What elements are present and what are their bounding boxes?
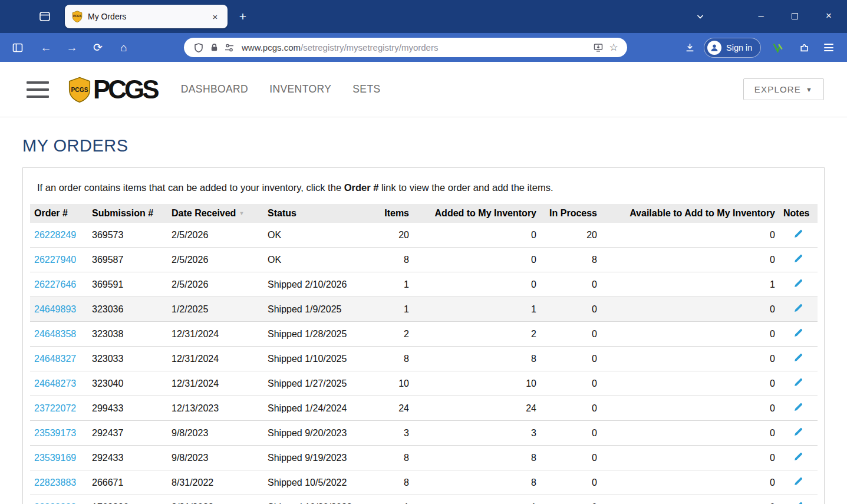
available-to-add-cell: 0: [601, 223, 779, 248]
order-number-link[interactable]: 24648273: [34, 378, 76, 388]
order-number-link[interactable]: 26228249: [34, 230, 76, 240]
tab-list-chevron-icon[interactable]: [693, 9, 707, 24]
available-to-add-cell: 0: [601, 347, 779, 371]
tracking-protection-shield-icon[interactable]: [191, 40, 206, 55]
browser-toolbar: ← → ⟳ ⌂ www.pcgs.com/setregistry/mysetre…: [0, 33, 847, 62]
nav-inventory[interactable]: INVENTORY: [269, 83, 331, 95]
order-number-link[interactable]: 24648358: [34, 329, 76, 339]
page-title: MY ORDERS: [22, 136, 825, 156]
downloads-icon[interactable]: [679, 37, 700, 58]
sign-in-button[interactable]: Sign in: [704, 38, 761, 58]
url-bar[interactable]: www.pcgs.com/setregistry/mysetregistry/m…: [184, 38, 627, 57]
firefox-view-icon[interactable]: [37, 8, 53, 25]
col-items[interactable]: Items: [378, 204, 413, 223]
added-to-inventory-cell: 10: [413, 371, 541, 396]
permissions-icon[interactable]: [222, 40, 237, 55]
items-cell: 2: [378, 322, 413, 347]
nav-dashboard[interactable]: DASHBOARD: [181, 83, 248, 95]
status-cell: Shipped 9/19/2023: [263, 446, 378, 470]
available-to-add-cell: 0: [601, 322, 779, 347]
order-number-link[interactable]: 23539173: [34, 428, 76, 438]
col-status[interactable]: Status: [263, 204, 378, 223]
items-cell: 8: [378, 446, 413, 470]
nav-sets[interactable]: SETS: [352, 83, 380, 95]
date-received-cell: 2/5/2026: [167, 223, 263, 248]
edit-note-icon[interactable]: [793, 377, 803, 387]
date-received-cell: 2/5/2026: [167, 248, 263, 272]
logo-text: PCGS: [93, 75, 157, 104]
extensions-puzzle-icon[interactable]: [795, 37, 813, 58]
edit-note-icon[interactable]: [793, 452, 803, 462]
edit-note-icon[interactable]: [793, 229, 803, 239]
available-to-add-cell: 0: [601, 495, 779, 504]
status-cell: Shipped 1/27/2025: [263, 371, 378, 396]
edit-note-icon[interactable]: [793, 278, 803, 288]
edit-note-icon[interactable]: [793, 328, 803, 338]
edit-note-icon[interactable]: [793, 427, 803, 437]
order-number-link[interactable]: 22823832: [34, 502, 76, 504]
order-number-link[interactable]: 26227646: [34, 279, 76, 289]
added-to-inventory-cell: 24: [413, 396, 541, 421]
save-to-device-icon[interactable]: [591, 40, 606, 55]
order-row: 23539173 292437 9/8/2023 Shipped 9/20/20…: [30, 421, 818, 446]
window-close-button[interactable]: ×: [821, 8, 836, 24]
added-to-inventory-cell: 8: [413, 347, 541, 371]
order-number-link[interactable]: 23722072: [34, 403, 76, 413]
extension-green-icon[interactable]: [769, 37, 787, 58]
order-number-link[interactable]: 24649893: [34, 304, 76, 314]
minimize-button[interactable]: ─: [753, 8, 769, 24]
status-cell: Shipped 9/20/2023: [263, 421, 378, 446]
items-cell: 8: [378, 470, 413, 495]
tab-close-icon[interactable]: ×: [209, 10, 222, 23]
col-available-to-add[interactable]: Available to Add to My Inventory: [601, 204, 779, 223]
status-cell: Shipped 1/10/2025: [263, 347, 378, 371]
pcgs-logo[interactable]: PCGS PCGS: [68, 75, 157, 104]
home-icon[interactable]: ⌂: [113, 37, 134, 58]
sign-in-label: Sign in: [726, 43, 752, 52]
active-tab[interactable]: PCGS My Orders ×: [65, 5, 228, 28]
back-button[interactable]: ←: [35, 37, 57, 58]
col-added-to-inventory[interactable]: Added to My Inventory: [413, 204, 541, 223]
edit-note-icon[interactable]: [793, 402, 803, 412]
col-in-process[interactable]: In Process: [541, 204, 601, 223]
lock-icon[interactable]: [206, 40, 222, 55]
edit-note-icon[interactable]: [793, 476, 803, 486]
submission-number-cell: 369587: [88, 248, 167, 272]
col-submission-number[interactable]: Submission #: [88, 204, 167, 223]
in-process-cell: 0: [541, 446, 601, 470]
edit-note-icon[interactable]: [793, 353, 803, 363]
url-path: /setregistry/mysetregistry/myorders: [301, 42, 438, 52]
order-number-link[interactable]: 26227940: [34, 255, 76, 265]
items-cell: 1: [378, 297, 413, 322]
submission-number-cell: 266671: [88, 470, 167, 495]
col-notes[interactable]: Notes: [779, 204, 818, 223]
order-number-link[interactable]: 23539169: [34, 453, 76, 463]
chevron-down-icon: ▼: [806, 86, 813, 93]
reload-icon[interactable]: ⟳: [87, 37, 108, 58]
available-to-add-cell: 0: [601, 371, 779, 396]
date-received-cell: 9/8/2023: [167, 446, 263, 470]
order-row: 22823883 266671 8/31/2022 Shipped 10/5/2…: [30, 470, 818, 495]
edit-note-icon[interactable]: [793, 253, 803, 263]
sidebar-toggle-icon[interactable]: [7, 37, 28, 58]
maximize-button[interactable]: [787, 8, 802, 24]
submission-number-cell: 323036: [88, 297, 167, 322]
col-order-number[interactable]: Order #: [30, 204, 88, 223]
new-tab-button[interactable]: +: [235, 8, 251, 25]
in-process-cell: 0: [541, 272, 601, 297]
order-number-link[interactable]: 24648327: [34, 354, 76, 364]
date-received-cell: 12/13/2023: [167, 396, 263, 421]
site-menu-icon[interactable]: [27, 81, 49, 98]
order-number-link[interactable]: 22823883: [34, 477, 76, 487]
edit-note-icon[interactable]: [793, 501, 803, 504]
explore-button[interactable]: EXPLORE ▼: [743, 78, 824, 100]
status-cell: Shipped 1/24/2024: [263, 396, 378, 421]
date-received-cell: 9/8/2023: [167, 421, 263, 446]
status-cell: Shipped 2/10/2026: [263, 272, 378, 297]
main-nav: DASHBOARD INVENTORY SETS: [181, 83, 381, 95]
col-date-received[interactable]: Date Received▼: [167, 204, 263, 223]
bookmark-star-icon[interactable]: ☆: [606, 40, 621, 55]
edit-note-icon[interactable]: [793, 303, 803, 313]
app-menu-icon[interactable]: [820, 37, 838, 58]
forward-button[interactable]: →: [61, 37, 83, 58]
